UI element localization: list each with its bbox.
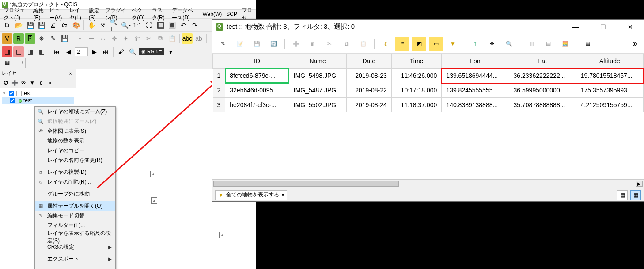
- invert-selection-icon[interactable]: ◩: [412, 37, 426, 51]
- filter-selection-icon[interactable]: ▼: [446, 37, 460, 51]
- layout-icon[interactable]: 🖨: [48, 20, 58, 31]
- cell-Altitude[interactable]: 4.212509155759...: [576, 98, 643, 112]
- next-icon[interactable]: ▶: [89, 46, 99, 57]
- layer-more-icon[interactable]: »: [46, 79, 54, 87]
- dock-btn-1-icon[interactable]: ▦: [2, 58, 12, 68]
- form-view-button[interactable]: ▤: [617, 190, 628, 200]
- save-as-icon[interactable]: 💾: [36, 20, 47, 31]
- select-rect-icon[interactable]: ▦: [2, 46, 12, 57]
- add-raster-icon[interactable]: R: [13, 33, 24, 44]
- ctx-スタイル[interactable]: スタイル▶: [35, 266, 115, 269]
- cell-Date[interactable]: 2019-08-22: [346, 83, 391, 98]
- col-Lon[interactable]: Lon: [442, 54, 509, 69]
- filter-selector[interactable]: ▼ 全ての地物を表示する ▾: [215, 190, 287, 200]
- cell-ID[interactable]: 32eb646d-0095...: [225, 83, 289, 98]
- reload-icon[interactable]: 🔄: [266, 37, 280, 51]
- add-db-icon[interactable]: 🗄: [25, 33, 35, 44]
- layer-filter-icon[interactable]: ▼: [28, 79, 36, 87]
- menu-scp[interactable]: SCP: [224, 10, 239, 18]
- dock-btn-2-icon[interactable]: ⬚: [15, 58, 26, 68]
- layer-checkbox[interactable]: [10, 98, 15, 103]
- zoom-layer-icon[interactable]: 🔳: [167, 20, 177, 31]
- cell-Time[interactable]: 11:46:26.000: [391, 69, 442, 83]
- label-move-icon[interactable]: ab: [193, 33, 204, 44]
- ctx-レイヤの領域にズーム(Z)[interactable]: 🔍レイヤの領域にズーム(Z): [35, 107, 115, 116]
- ctx-地物の数を表示[interactable]: 地物の数を表示: [35, 136, 115, 146]
- maximize-button[interactable]: ☐: [593, 21, 613, 33]
- cell-Name[interactable]: IMG_5498.JPG: [289, 69, 346, 83]
- layer-expr-icon[interactable]: ε: [37, 79, 45, 87]
- table-row[interactable]: 3be2084f7-cf3c-...IMG_5502.JPG2019-08-24…: [213, 98, 644, 112]
- ctx-編集モード切替[interactable]: ✎編集モード切替: [35, 211, 115, 220]
- prev-icon[interactable]: ◀: [63, 46, 74, 57]
- menu-settings[interactable]: 設定(S): [87, 6, 102, 22]
- save-icon[interactable]: 💾: [25, 20, 35, 31]
- page-input[interactable]: [75, 47, 88, 56]
- attribute-table[interactable]: IDNameDateTimeLonLatAltitude 18fcfccd6-8…: [212, 54, 644, 112]
- close-button[interactable]: ✕: [621, 21, 640, 33]
- col-ID[interactable]: ID: [225, 54, 289, 69]
- open-project-icon[interactable]: 📂: [13, 20, 24, 31]
- layer-add-group-icon[interactable]: ➕: [11, 79, 19, 87]
- ctx-全体図に表示(S)[interactable]: 👁全体図に表示(S): [35, 126, 115, 136]
- group-checkbox[interactable]: [9, 91, 14, 96]
- row-number[interactable]: 3: [213, 98, 225, 112]
- cell-Date[interactable]: 2019-08-23: [346, 69, 391, 83]
- cell-Lat[interactable]: 36.59995000000...: [509, 83, 576, 98]
- first-icon[interactable]: ⏮: [52, 46, 62, 57]
- main-menubar[interactable]: プロジェクト(J) 編集(E) ビュー(V) レイヤ(L) 設定(S) プラグイ…: [0, 10, 256, 19]
- save-edits-icon[interactable]: 💾: [59, 33, 70, 44]
- style-manager-icon[interactable]: 🎨: [71, 20, 81, 31]
- row-number[interactable]: 1: [213, 69, 225, 83]
- select-all-icon[interactable]: ≡: [395, 37, 409, 51]
- cell-Lat[interactable]: 36.23362222222...: [509, 69, 576, 83]
- toggle-edit-icon[interactable]: ✎: [216, 37, 230, 51]
- h-scrollbar[interactable]: ▶: [212, 179, 644, 188]
- zoom-last-icon[interactable]: ↶: [178, 20, 189, 31]
- menu-edit[interactable]: 編集(E): [31, 6, 47, 22]
- table-row[interactable]: 18fcfccd6-879c-...IMG_5498.JPG2019-08-23…: [213, 69, 644, 83]
- cell-Time[interactable]: 11:18:37.000: [391, 98, 442, 112]
- cell-Name[interactable]: IMG_5487.JPG: [289, 83, 346, 98]
- ctx-レイヤの複製(D)[interactable]: ⧉レイヤの複製(D): [35, 167, 115, 177]
- pan-icon[interactable]: ✋: [86, 20, 97, 31]
- zoom-full-icon[interactable]: ⛶: [144, 20, 154, 31]
- ctx-レイヤを表示する縮尺の設定(S)...[interactable]: レイヤを表示する縮尺の設定(S)...: [35, 232, 115, 242]
- move-top-icon[interactable]: ⤒: [468, 37, 482, 51]
- cell-Lon[interactable]: 139.6518694444...: [442, 69, 509, 83]
- zoom-selection-icon[interactable]: 🔲: [155, 20, 166, 31]
- expr-select-icon[interactable]: ε: [379, 37, 393, 51]
- layout-manager-icon[interactable]: 🗂: [59, 20, 70, 31]
- scroll-right-icon[interactable]: ▶: [636, 181, 643, 187]
- row-number[interactable]: 2: [213, 83, 225, 98]
- field-calc-icon[interactable]: 🧮: [558, 37, 572, 51]
- cell-ID[interactable]: 8fcfccd6-879c-...: [225, 69, 289, 83]
- attr-grid[interactable]: IDNameDateTimeLonLatAltitude 18fcfccd6-8…: [212, 54, 644, 179]
- layer-visibility-icon[interactable]: 👁: [19, 79, 27, 87]
- new-project-icon[interactable]: 🗎: [2, 20, 12, 31]
- ctx-レイヤの削除(R)...[interactable]: ⦸レイヤの削除(R)...: [35, 177, 115, 187]
- ctx-エクスポート[interactable]: エクスポート▶: [35, 254, 115, 264]
- table-row[interactable]: 232eb646d-0095...IMG_5487.JPG2019-08-221…: [213, 83, 644, 98]
- deselect-all-icon[interactable]: ▭: [429, 37, 443, 51]
- edit-pencil-icon[interactable]: ✎: [48, 33, 58, 44]
- new-shapefile-icon[interactable]: ✳: [36, 33, 47, 44]
- cell-Lat[interactable]: 35.70878888888...: [509, 98, 576, 112]
- deselect-icon[interactable]: ▥: [36, 46, 47, 57]
- map-marker-2-icon[interactable]: [151, 197, 157, 204]
- dropdown-icon[interactable]: ▾: [165, 46, 176, 57]
- col-Altitude[interactable]: Altitude: [576, 54, 643, 69]
- col-Date[interactable]: Date: [346, 54, 391, 69]
- select-poly-icon[interactable]: ▤: [13, 46, 24, 57]
- conditional-format-icon[interactable]: ▦: [580, 37, 595, 51]
- map-marker-1-icon[interactable]: [150, 171, 156, 177]
- cell-Date[interactable]: 2019-08-24: [346, 98, 391, 112]
- table-view-button[interactable]: ▦: [630, 190, 641, 200]
- zoom-to-selected-icon[interactable]: 🔍: [502, 37, 516, 51]
- col-Name[interactable]: Name: [289, 54, 346, 69]
- layer-context-menu[interactable]: 🔍レイヤの領域にズーム(Z)🔍選択範囲にズーム(Z)👁全体図に表示(S)地物の数…: [34, 106, 116, 269]
- layer-style-icon[interactable]: ✪: [2, 79, 10, 87]
- identify-icon[interactable]: 🔍: [127, 46, 138, 57]
- minimize-button[interactable]: —: [566, 21, 585, 33]
- add-vector-icon[interactable]: V: [2, 33, 12, 44]
